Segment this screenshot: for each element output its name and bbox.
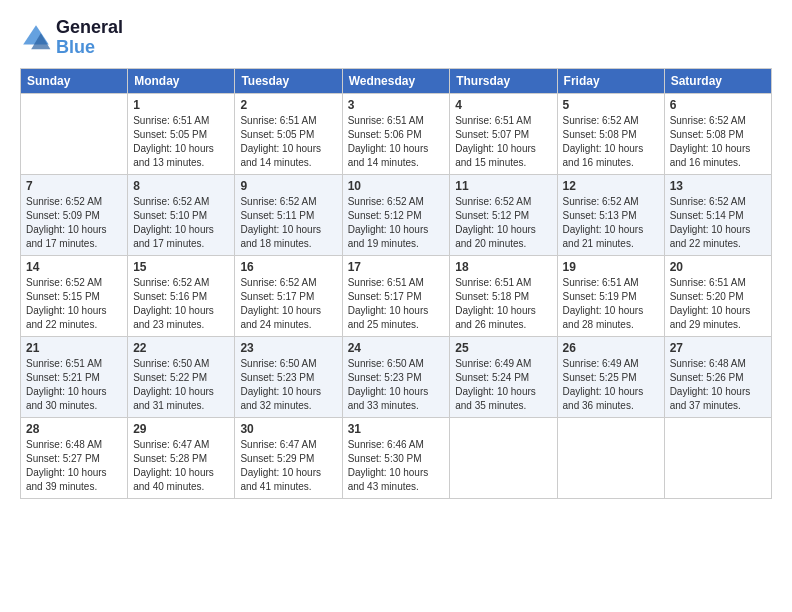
day-info: Sunrise: 6:51 AM Sunset: 5:17 PM Dayligh… xyxy=(348,276,445,332)
calendar-week-2: 14Sunrise: 6:52 AM Sunset: 5:15 PM Dayli… xyxy=(21,255,772,336)
calendar-cell: 29Sunrise: 6:47 AM Sunset: 5:28 PM Dayli… xyxy=(128,417,235,498)
calendar-cell xyxy=(450,417,557,498)
day-number: 18 xyxy=(455,260,551,274)
calendar-cell xyxy=(557,417,664,498)
day-info: Sunrise: 6:51 AM Sunset: 5:07 PM Dayligh… xyxy=(455,114,551,170)
day-number: 19 xyxy=(563,260,659,274)
weekday-header-monday: Monday xyxy=(128,68,235,93)
calendar-cell: 20Sunrise: 6:51 AM Sunset: 5:20 PM Dayli… xyxy=(664,255,771,336)
weekday-header-row: SundayMondayTuesdayWednesdayThursdayFrid… xyxy=(21,68,772,93)
day-info: Sunrise: 6:50 AM Sunset: 5:23 PM Dayligh… xyxy=(240,357,336,413)
calendar-table: SundayMondayTuesdayWednesdayThursdayFrid… xyxy=(20,68,772,499)
day-number: 25 xyxy=(455,341,551,355)
calendar-cell xyxy=(21,93,128,174)
day-info: Sunrise: 6:47 AM Sunset: 5:28 PM Dayligh… xyxy=(133,438,229,494)
day-number: 23 xyxy=(240,341,336,355)
calendar-cell: 4Sunrise: 6:51 AM Sunset: 5:07 PM Daylig… xyxy=(450,93,557,174)
weekday-header-friday: Friday xyxy=(557,68,664,93)
day-info: Sunrise: 6:52 AM Sunset: 5:11 PM Dayligh… xyxy=(240,195,336,251)
day-number: 12 xyxy=(563,179,659,193)
day-info: Sunrise: 6:49 AM Sunset: 5:25 PM Dayligh… xyxy=(563,357,659,413)
calendar-cell: 3Sunrise: 6:51 AM Sunset: 5:06 PM Daylig… xyxy=(342,93,450,174)
day-info: Sunrise: 6:52 AM Sunset: 5:16 PM Dayligh… xyxy=(133,276,229,332)
logo-icon xyxy=(20,22,52,54)
calendar-cell: 8Sunrise: 6:52 AM Sunset: 5:10 PM Daylig… xyxy=(128,174,235,255)
calendar-cell: 6Sunrise: 6:52 AM Sunset: 5:08 PM Daylig… xyxy=(664,93,771,174)
day-number: 22 xyxy=(133,341,229,355)
day-number: 3 xyxy=(348,98,445,112)
day-info: Sunrise: 6:52 AM Sunset: 5:14 PM Dayligh… xyxy=(670,195,766,251)
calendar-cell: 12Sunrise: 6:52 AM Sunset: 5:13 PM Dayli… xyxy=(557,174,664,255)
day-number: 17 xyxy=(348,260,445,274)
day-number: 31 xyxy=(348,422,445,436)
day-info: Sunrise: 6:52 AM Sunset: 5:12 PM Dayligh… xyxy=(455,195,551,251)
logo-text: General Blue xyxy=(56,18,123,58)
calendar-cell: 19Sunrise: 6:51 AM Sunset: 5:19 PM Dayli… xyxy=(557,255,664,336)
calendar-cell: 14Sunrise: 6:52 AM Sunset: 5:15 PM Dayli… xyxy=(21,255,128,336)
day-info: Sunrise: 6:51 AM Sunset: 5:19 PM Dayligh… xyxy=(563,276,659,332)
calendar-cell: 11Sunrise: 6:52 AM Sunset: 5:12 PM Dayli… xyxy=(450,174,557,255)
logo: General Blue xyxy=(20,18,123,58)
calendar-cell: 31Sunrise: 6:46 AM Sunset: 5:30 PM Dayli… xyxy=(342,417,450,498)
day-number: 1 xyxy=(133,98,229,112)
day-info: Sunrise: 6:46 AM Sunset: 5:30 PM Dayligh… xyxy=(348,438,445,494)
calendar-cell: 24Sunrise: 6:50 AM Sunset: 5:23 PM Dayli… xyxy=(342,336,450,417)
weekday-header-tuesday: Tuesday xyxy=(235,68,342,93)
day-number: 6 xyxy=(670,98,766,112)
day-info: Sunrise: 6:52 AM Sunset: 5:17 PM Dayligh… xyxy=(240,276,336,332)
day-number: 11 xyxy=(455,179,551,193)
calendar-cell: 27Sunrise: 6:48 AM Sunset: 5:26 PM Dayli… xyxy=(664,336,771,417)
header: General Blue xyxy=(20,18,772,58)
day-info: Sunrise: 6:48 AM Sunset: 5:26 PM Dayligh… xyxy=(670,357,766,413)
day-number: 2 xyxy=(240,98,336,112)
day-number: 9 xyxy=(240,179,336,193)
calendar-cell: 16Sunrise: 6:52 AM Sunset: 5:17 PM Dayli… xyxy=(235,255,342,336)
day-number: 13 xyxy=(670,179,766,193)
calendar-cell: 1Sunrise: 6:51 AM Sunset: 5:05 PM Daylig… xyxy=(128,93,235,174)
day-info: Sunrise: 6:47 AM Sunset: 5:29 PM Dayligh… xyxy=(240,438,336,494)
calendar-week-4: 28Sunrise: 6:48 AM Sunset: 5:27 PM Dayli… xyxy=(21,417,772,498)
day-number: 4 xyxy=(455,98,551,112)
day-info: Sunrise: 6:52 AM Sunset: 5:13 PM Dayligh… xyxy=(563,195,659,251)
calendar-cell: 2Sunrise: 6:51 AM Sunset: 5:05 PM Daylig… xyxy=(235,93,342,174)
calendar-cell: 25Sunrise: 6:49 AM Sunset: 5:24 PM Dayli… xyxy=(450,336,557,417)
day-info: Sunrise: 6:51 AM Sunset: 5:21 PM Dayligh… xyxy=(26,357,122,413)
day-info: Sunrise: 6:51 AM Sunset: 5:18 PM Dayligh… xyxy=(455,276,551,332)
day-info: Sunrise: 6:50 AM Sunset: 5:22 PM Dayligh… xyxy=(133,357,229,413)
day-number: 29 xyxy=(133,422,229,436)
weekday-header-thursday: Thursday xyxy=(450,68,557,93)
calendar-cell: 17Sunrise: 6:51 AM Sunset: 5:17 PM Dayli… xyxy=(342,255,450,336)
day-info: Sunrise: 6:51 AM Sunset: 5:05 PM Dayligh… xyxy=(240,114,336,170)
calendar-cell: 30Sunrise: 6:47 AM Sunset: 5:29 PM Dayli… xyxy=(235,417,342,498)
day-info: Sunrise: 6:52 AM Sunset: 5:15 PM Dayligh… xyxy=(26,276,122,332)
calendar-cell: 15Sunrise: 6:52 AM Sunset: 5:16 PM Dayli… xyxy=(128,255,235,336)
calendar-week-0: 1Sunrise: 6:51 AM Sunset: 5:05 PM Daylig… xyxy=(21,93,772,174)
day-number: 14 xyxy=(26,260,122,274)
day-number: 16 xyxy=(240,260,336,274)
calendar-cell: 13Sunrise: 6:52 AM Sunset: 5:14 PM Dayli… xyxy=(664,174,771,255)
day-info: Sunrise: 6:52 AM Sunset: 5:12 PM Dayligh… xyxy=(348,195,445,251)
calendar-cell: 22Sunrise: 6:50 AM Sunset: 5:22 PM Dayli… xyxy=(128,336,235,417)
calendar-cell: 7Sunrise: 6:52 AM Sunset: 5:09 PM Daylig… xyxy=(21,174,128,255)
calendar-week-3: 21Sunrise: 6:51 AM Sunset: 5:21 PM Dayli… xyxy=(21,336,772,417)
day-info: Sunrise: 6:51 AM Sunset: 5:06 PM Dayligh… xyxy=(348,114,445,170)
day-info: Sunrise: 6:48 AM Sunset: 5:27 PM Dayligh… xyxy=(26,438,122,494)
calendar-cell: 23Sunrise: 6:50 AM Sunset: 5:23 PM Dayli… xyxy=(235,336,342,417)
day-number: 21 xyxy=(26,341,122,355)
day-number: 7 xyxy=(26,179,122,193)
calendar-cell: 28Sunrise: 6:48 AM Sunset: 5:27 PM Dayli… xyxy=(21,417,128,498)
day-info: Sunrise: 6:52 AM Sunset: 5:10 PM Dayligh… xyxy=(133,195,229,251)
day-number: 24 xyxy=(348,341,445,355)
calendar-cell: 5Sunrise: 6:52 AM Sunset: 5:08 PM Daylig… xyxy=(557,93,664,174)
day-info: Sunrise: 6:52 AM Sunset: 5:09 PM Dayligh… xyxy=(26,195,122,251)
day-info: Sunrise: 6:50 AM Sunset: 5:23 PM Dayligh… xyxy=(348,357,445,413)
day-info: Sunrise: 6:51 AM Sunset: 5:20 PM Dayligh… xyxy=(670,276,766,332)
day-number: 10 xyxy=(348,179,445,193)
day-info: Sunrise: 6:49 AM Sunset: 5:24 PM Dayligh… xyxy=(455,357,551,413)
day-number: 26 xyxy=(563,341,659,355)
day-number: 15 xyxy=(133,260,229,274)
day-info: Sunrise: 6:52 AM Sunset: 5:08 PM Dayligh… xyxy=(563,114,659,170)
day-number: 5 xyxy=(563,98,659,112)
day-number: 8 xyxy=(133,179,229,193)
calendar-cell: 9Sunrise: 6:52 AM Sunset: 5:11 PM Daylig… xyxy=(235,174,342,255)
